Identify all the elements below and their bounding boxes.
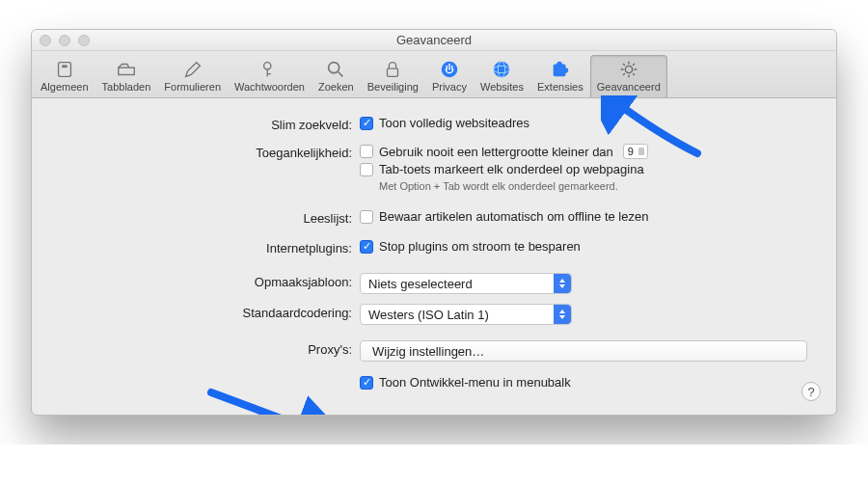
- popup-arrows-icon: [554, 305, 571, 324]
- puzzle-icon: [547, 58, 574, 81]
- stylesheet-label: Opmaaksjabloon:: [61, 273, 360, 289]
- svg-point-11: [556, 62, 562, 67]
- stop-plugins-label: Stop plugins om stroom te besparen: [379, 239, 581, 254]
- key-icon: [257, 58, 284, 81]
- tab-search[interactable]: Zoeken: [312, 55, 361, 97]
- gear-icon: [615, 58, 642, 81]
- reading-list-label: Leeslijst:: [61, 209, 360, 226]
- tab-autofill[interactable]: Formulieren: [157, 55, 228, 97]
- hand-icon: [436, 58, 463, 81]
- tab-label: Extensies: [537, 81, 583, 93]
- help-button[interactable]: ?: [801, 382, 821, 401]
- svg-point-12: [563, 67, 569, 73]
- pen-icon: [179, 58, 206, 81]
- zoom-button[interactable]: [78, 35, 90, 46]
- globe-icon: [488, 58, 515, 81]
- tab-label: Geavanceerd: [597, 81, 661, 93]
- show-develop-menu-label: Toon Ontwikkel-menu in menubalk: [379, 375, 571, 390]
- stop-plugins-checkbox[interactable]: ✓: [360, 240, 373, 254]
- encoding-value: Westers (ISO Latin 1): [368, 308, 489, 322]
- tab-label: Formulieren: [164, 81, 221, 93]
- show-develop-menu-checkbox[interactable]: ✓: [360, 376, 373, 390]
- switch-icon: [51, 58, 78, 81]
- min-font-size-select[interactable]: 9: [623, 144, 648, 159]
- svg-point-4: [329, 63, 339, 73]
- tab-label: Privacy: [432, 81, 467, 93]
- window-title: Geavanceerd: [396, 33, 472, 47]
- tab-security[interactable]: Beveiliging: [361, 55, 425, 97]
- svg-rect-0: [58, 63, 70, 77]
- svg-point-7: [494, 62, 510, 78]
- save-offline-label: Bewaar artikelen automatisch om offline …: [379, 209, 648, 224]
- tab-highlights-label: Tab-toets markeert elk onderdeel op webp…: [379, 162, 644, 176]
- close-button[interactable]: [40, 35, 51, 46]
- svg-point-13: [625, 66, 632, 72]
- smart-search-label: Slim zoekveld:: [61, 116, 360, 132]
- svg-point-3: [263, 63, 270, 69]
- tab-label: Tabbladen: [102, 81, 151, 93]
- stylesheet-value: Niets geselecteerd: [368, 277, 473, 291]
- svg-rect-2: [119, 67, 135, 74]
- tab-advanced[interactable]: Geavanceerd: [590, 55, 667, 97]
- save-offline-checkbox[interactable]: [360, 210, 373, 224]
- tab-label: Beveiliging: [367, 81, 419, 93]
- window-controls: [40, 35, 90, 46]
- popup-arrows-icon: [554, 274, 571, 293]
- show-full-address-label: Toon volledig websiteadres: [379, 116, 529, 130]
- encoding-popup[interactable]: Westers (ISO Latin 1): [360, 304, 572, 325]
- content-area: Slim zoekveld: ✓ Toon volledig websitead…: [32, 98, 836, 415]
- encoding-label: Standaardcodering:: [61, 304, 360, 320]
- svg-rect-1: [62, 65, 68, 67]
- tab-highlights-hint: Met Option + Tab wordt elk onderdeel gem…: [379, 180, 807, 192]
- titlebar: Geavanceerd: [32, 30, 836, 51]
- tab-general[interactable]: Algemeen: [34, 55, 95, 97]
- stylesheet-popup[interactable]: Niets geselecteerd: [360, 273, 572, 294]
- preferences-toolbar: Algemeen Tabbladen Formulieren Wachtwoor…: [32, 51, 836, 98]
- change-settings-button[interactable]: Wijzig instellingen…: [360, 340, 807, 362]
- svg-rect-5: [388, 68, 398, 76]
- show-full-address-checkbox[interactable]: ✓: [360, 117, 373, 130]
- tab-tabs[interactable]: Tabbladen: [95, 55, 158, 97]
- tab-websites[interactable]: Websites: [474, 55, 530, 97]
- tab-label: Zoeken: [318, 81, 354, 93]
- tab-privacy[interactable]: Privacy: [425, 55, 474, 97]
- tab-label: Websites: [480, 81, 524, 93]
- minimize-button[interactable]: [59, 35, 70, 46]
- tab-extensions[interactable]: Extensies: [530, 55, 590, 97]
- lock-icon: [379, 58, 406, 81]
- tab-label: Wachtwoorden: [234, 81, 305, 93]
- internet-plugins-label: Internetplugins:: [61, 239, 360, 256]
- min-font-size-checkbox[interactable]: [360, 145, 373, 158]
- preferences-window: Geavanceerd Algemeen Tabbladen Formulier…: [31, 29, 837, 416]
- proxies-label: Proxy's:: [61, 340, 360, 357]
- search-icon: [322, 58, 349, 81]
- accessibility-label: Toegankelijkheid:: [61, 144, 360, 160]
- tab-passwords[interactable]: Wachtwoorden: [228, 55, 312, 97]
- min-font-size-label: Gebruik nooit een lettergrootte kleiner …: [379, 145, 613, 159]
- tabs-icon: [113, 58, 140, 81]
- tab-highlights-checkbox[interactable]: [360, 163, 373, 176]
- tab-label: Algemeen: [41, 81, 89, 93]
